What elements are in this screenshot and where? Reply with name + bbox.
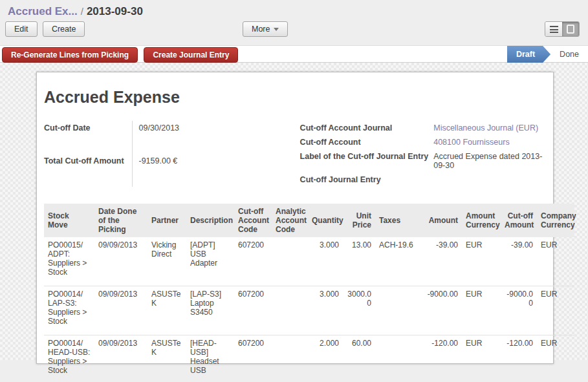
table-cell[interactable]: -120.00 (501, 335, 537, 382)
breadcrumb-separator: / (81, 6, 83, 17)
toolbar-left: Edit Create (5, 21, 85, 37)
table-header-cell: Cut-off Amount (501, 204, 537, 237)
create-journal-entry-button[interactable]: Create Journal Entry (144, 47, 238, 63)
table-cell[interactable]: -9000.00 (420, 286, 462, 335)
table-cell[interactable]: 607200 (234, 237, 272, 286)
table-cell[interactable]: [ADPT] USB Adapter (186, 237, 234, 286)
status-strip: Re-Generate Lines from Picking Create Jo… (0, 45, 588, 63)
table-cell[interactable]: [LAP-S3] Laptop S3450 (186, 286, 234, 335)
table-cell[interactable]: 3.000 (308, 237, 343, 286)
field-group-right: Cut-off Account JournalMiscellaneous Jou… (300, 121, 546, 187)
table-cell[interactable]: PO00015/ ADPT: Suppliers > Stock (44, 237, 94, 286)
table-cell[interactable]: 3.000 (308, 286, 343, 335)
field-value (433, 173, 546, 187)
field-value-link[interactable]: Miscellaneous Journal (EUR) (433, 121, 546, 135)
toolbar: Edit Create More (0, 19, 588, 45)
view-switcher (545, 21, 580, 37)
table-cell[interactable]: -120.00 (420, 335, 462, 382)
table-cell[interactable]: 2.000 (308, 335, 343, 382)
table-cell[interactable] (272, 335, 308, 382)
field-label: Label of the Cut-off Journal Entry (300, 149, 434, 173)
table-cell[interactable] (375, 286, 420, 335)
table-header-cell: Taxes (375, 204, 420, 237)
table-header-row: Stock MoveDate Done of the PickingPartne… (44, 204, 574, 237)
table-cell[interactable]: EUR (537, 286, 574, 335)
table-header-cell: Stock Move (44, 204, 94, 237)
table-cell[interactable] (272, 237, 308, 286)
table-cell[interactable]: ASUSTeK (147, 286, 186, 335)
table-header-cell: Amount Currency (462, 204, 501, 237)
field-label: Cut-off Account (300, 135, 434, 149)
table-header-cell: Partner (147, 204, 186, 237)
table-cell[interactable]: 607200 (234, 286, 272, 335)
form-sheet: Accrued Expense Cut-off Date09/30/2013To… (36, 72, 554, 364)
edit-button[interactable]: Edit (5, 21, 38, 37)
table-cell[interactable]: EUR (537, 237, 574, 286)
field-row: Cut-off Date09/30/2013 (44, 121, 300, 154)
table-cell[interactable]: 60.00 (343, 335, 375, 382)
table-row[interactable]: PO00015/ ADPT: Suppliers > Stock09/09/20… (44, 237, 574, 286)
breadcrumb: Accrued Ex.../2013-09-30 (0, 0, 588, 19)
table-cell[interactable]: PO00014/ HEAD-USB: Suppliers > Stock (44, 335, 94, 382)
table-cell[interactable]: ASUSTeK (147, 335, 186, 382)
table-cell[interactable]: 09/09/2013 (94, 286, 147, 335)
table-header-cell: Analytic Account Code (272, 204, 308, 237)
table-row[interactable]: PO00014/ LAP-S3: Suppliers > Stock09/09/… (44, 286, 574, 335)
page-title: Accrued Expense (44, 88, 546, 107)
table-cell[interactable]: [HEAD-USB] Headset USB (186, 335, 234, 382)
create-button[interactable]: Create (43, 21, 85, 37)
table-header-cell: Amount (420, 204, 462, 237)
table-header-cell: Quantity (308, 204, 343, 237)
more-label: More (252, 25, 270, 34)
breadcrumb-parent-link[interactable]: Accrued Ex... (8, 5, 78, 17)
field-label: Cut-off Journal Entry (300, 173, 434, 187)
dropdown-caret-icon (274, 28, 279, 31)
table-cell[interactable]: 13.00 (343, 237, 375, 286)
field-value: -9159.00 € (132, 154, 300, 187)
field-row: Cut-off Journal Entry (300, 173, 546, 187)
lines-table-wrap: Stock MoveDate Done of the PickingPartne… (44, 204, 574, 382)
table-cell[interactable]: PO00014/ LAP-S3: Suppliers > Stock (44, 286, 94, 335)
form-view-icon (567, 25, 574, 34)
table-cell[interactable]: Vicking Direct (147, 237, 186, 286)
table-header-cell: Company Currency (537, 204, 574, 237)
table-cell[interactable]: EUR (462, 286, 501, 335)
table-cell[interactable]: 3000.00 (343, 286, 375, 335)
field-value: 09/30/2013 (132, 121, 300, 154)
table-cell[interactable] (375, 335, 420, 382)
table-cell[interactable]: 09/09/2013 (94, 335, 147, 382)
table-cell[interactable]: -39.00 (420, 237, 462, 286)
status-draft: Draft (507, 46, 550, 63)
table-cell[interactable]: 09/09/2013 (94, 237, 147, 286)
odoo-form-page: Accrued Ex.../2013-09-30 Edit Create Mor… (0, 0, 588, 382)
table-cell[interactable]: EUR (537, 335, 574, 382)
table-header-cell: Unit Price (343, 204, 375, 237)
main-content: Accrued Expense Cut-off Date09/30/2013To… (0, 63, 588, 360)
lines-table: Stock MoveDate Done of the PickingPartne… (44, 204, 574, 382)
table-cell[interactable]: 607200 (234, 335, 272, 382)
status-done: Done (550, 46, 588, 63)
more-dropdown-button[interactable]: More (243, 21, 288, 37)
table-header-cell: Cut-off Account Code (234, 204, 272, 237)
field-value: Accrued Expense dated 2013-09-30 (433, 149, 546, 173)
table-header-cell: Date Done of the Picking (94, 204, 147, 237)
breadcrumb-current: 2013-09-30 (87, 5, 143, 17)
statusbar: Draft Done (507, 46, 588, 63)
table-cell[interactable] (272, 286, 308, 335)
table-cell[interactable]: -39.00 (501, 237, 537, 286)
field-row: Total Cut-off Amount-9159.00 € (44, 154, 300, 187)
field-label: Cut-off Date (44, 121, 132, 154)
table-header-cell: Description (186, 204, 234, 237)
table-cell[interactable]: -9000.00 (501, 286, 537, 335)
table-row[interactable]: PO00014/ HEAD-USB: Suppliers > Stock09/0… (44, 335, 574, 382)
form-view-button[interactable] (562, 22, 579, 36)
regenerate-lines-button[interactable]: Re-Generate Lines from Picking (2, 47, 138, 63)
field-value-link[interactable]: 408100 Fournisseurs (433, 135, 546, 149)
field-row: Cut-off Account JournalMiscellaneous Jou… (300, 121, 546, 135)
list-view-icon (550, 26, 558, 33)
table-cell[interactable]: EUR (462, 335, 501, 382)
table-cell[interactable]: ACH-19.6 (375, 237, 420, 286)
table-cell[interactable]: EUR (462, 237, 501, 286)
list-view-button[interactable] (545, 22, 562, 36)
field-label: Total Cut-off Amount (44, 154, 132, 187)
